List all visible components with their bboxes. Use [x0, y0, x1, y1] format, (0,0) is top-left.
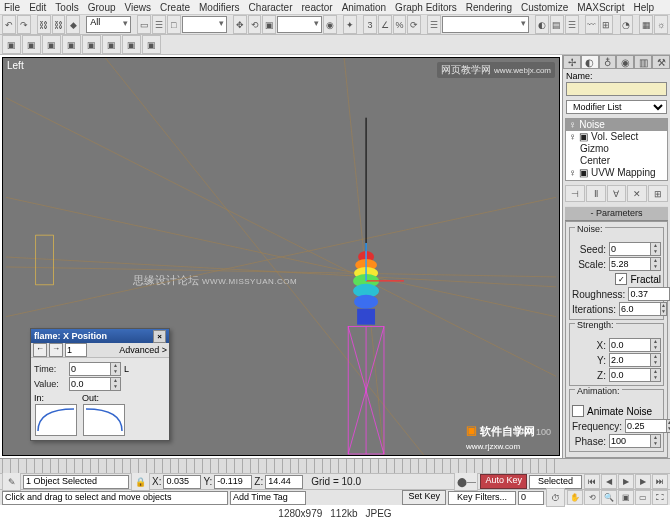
select-scale-icon[interactable]: ▣ — [262, 15, 276, 34]
rollout-parameters[interactable]: - Parameters — [565, 206, 668, 221]
reactor-icon[interactable]: ▣ — [22, 35, 41, 54]
stack-gizmo[interactable]: Gizmo — [566, 143, 667, 155]
menu-animation[interactable]: Animation — [342, 2, 386, 13]
select-icon[interactable]: ▭ — [137, 15, 151, 34]
time-tag[interactable]: Add Time Tag — [230, 491, 306, 505]
lock-time-icon[interactable]: L — [124, 364, 129, 374]
menu-views[interactable]: Views — [125, 2, 152, 13]
link-icon[interactable]: ⛓ — [37, 15, 51, 34]
goto-start-icon[interactable]: ⏮ — [584, 474, 600, 489]
tab-motion-icon[interactable]: ◉ — [616, 55, 634, 69]
tab-display-icon[interactable]: ▥ — [634, 55, 652, 69]
bind-icon[interactable]: ◆ — [66, 15, 80, 34]
menu-character[interactable]: Character — [249, 2, 293, 13]
str-z-spinner[interactable]: ▲▼ — [651, 368, 661, 382]
advanced-toggle[interactable]: Advanced > — [119, 345, 167, 355]
pan-icon[interactable]: ✋ — [567, 490, 583, 505]
menu-tools[interactable]: Tools — [55, 2, 78, 13]
reactor-icon[interactable]: ▣ — [122, 35, 141, 54]
x-field[interactable]: 0.035 — [163, 475, 201, 489]
menu-file[interactable]: File — [4, 2, 20, 13]
reactor-icon[interactable]: ▣ — [102, 35, 121, 54]
out-tangent-button[interactable] — [83, 404, 125, 436]
undo-icon[interactable]: ↶ — [2, 15, 16, 34]
tab-create-icon[interactable]: ✢ — [563, 55, 581, 69]
scale-spinner[interactable]: ▲▼ — [651, 257, 661, 271]
redo-icon[interactable]: ↷ — [17, 15, 31, 34]
phase-spinner[interactable]: ▲▼ — [651, 434, 661, 448]
scale-field[interactable] — [609, 257, 651, 271]
layers-icon[interactable]: ☰ — [565, 15, 579, 34]
curve-editor-icon[interactable]: 〰 — [585, 15, 599, 34]
current-frame-field[interactable]: 0 — [518, 491, 544, 505]
stack-center[interactable]: Center — [566, 155, 667, 167]
lock-icon[interactable]: 🔒 — [131, 472, 150, 491]
str-x-spinner[interactable]: ▲▼ — [651, 338, 661, 352]
select-rect-icon[interactable]: □ — [167, 15, 181, 34]
select-name-icon[interactable]: ☰ — [152, 15, 166, 34]
tab-utilities-icon[interactable]: ⚒ — [652, 55, 670, 69]
menu-grapheditors[interactable]: Graph Editors — [395, 2, 457, 13]
menu-maxscript[interactable]: MAXScript — [577, 2, 624, 13]
reactor-icon[interactable]: ▣ — [2, 35, 21, 54]
center-icon[interactable]: ◉ — [323, 15, 337, 34]
rough-field[interactable] — [628, 287, 670, 301]
modifier-stack[interactable]: ♀ Noise ♀ ▣ Vol. Select Gizmo Center ♀ ▣… — [565, 118, 668, 181]
stack-volselect[interactable]: ♀ ▣ Vol. Select — [566, 131, 667, 143]
mirror-icon[interactable]: ◐ — [535, 15, 549, 34]
menu-modifiers[interactable]: Modifiers — [199, 2, 240, 13]
iter-spinner[interactable]: ▲▼ — [661, 302, 667, 316]
configure-icon[interactable]: ⊞ — [648, 185, 668, 202]
show-result-icon[interactable]: Ⅱ — [586, 185, 606, 202]
pct-snap-icon[interactable]: % — [393, 15, 407, 34]
next-frame-icon[interactable]: ▶ — [635, 474, 651, 489]
unlink-icon[interactable]: ⛓ — [52, 15, 66, 34]
reactor-icon[interactable]: ▣ — [142, 35, 161, 54]
goto-end-icon[interactable]: ⏭ — [652, 474, 668, 489]
ref-coord[interactable] — [277, 16, 322, 33]
angle-snap-icon[interactable]: ∠ — [378, 15, 392, 34]
autokey-button[interactable]: Auto Key — [480, 474, 527, 489]
script-listener-icon[interactable]: ✎ — [2, 472, 21, 491]
min-max-icon[interactable]: ⛶ — [652, 490, 668, 505]
prev-frame-icon[interactable]: ◀ — [601, 474, 617, 489]
menu-create[interactable]: Create — [160, 2, 190, 13]
str-y-spinner[interactable]: ▲▼ — [651, 353, 661, 367]
fov-icon[interactable]: ▭ — [635, 490, 651, 505]
align-icon[interactable]: ▤ — [550, 15, 564, 34]
sel-region[interactable] — [182, 16, 227, 33]
quick-render-icon[interactable]: ☼ — [654, 15, 668, 34]
value-field[interactable] — [69, 377, 111, 391]
dialog-titlebar[interactable]: flame: X Position × — [31, 329, 169, 343]
make-unique-icon[interactable]: ∀ — [607, 185, 627, 202]
reactor-icon[interactable]: ▣ — [42, 35, 61, 54]
menu-customize[interactable]: Customize — [521, 2, 568, 13]
select-move-icon[interactable]: ✥ — [233, 15, 247, 34]
tab-modify-icon[interactable]: ◐ — [581, 55, 599, 69]
menu-group[interactable]: Group — [88, 2, 116, 13]
arc-rotate-icon[interactable]: ⟲ — [584, 490, 600, 505]
close-icon[interactable]: × — [153, 330, 166, 343]
menu-reactor[interactable]: reactor — [302, 2, 333, 13]
setkey-icon[interactable]: ⬤— — [454, 472, 478, 491]
str-y-field[interactable] — [609, 353, 651, 367]
schematic-icon[interactable]: ⊞ — [600, 15, 614, 34]
freq-field[interactable] — [625, 419, 667, 433]
time-config-icon[interactable]: ⏱ — [546, 488, 565, 507]
seed-spinner[interactable]: ▲▼ — [651, 242, 661, 256]
manip-icon[interactable]: ✦ — [343, 15, 357, 34]
stack-noise[interactable]: ♀ Noise — [566, 119, 667, 131]
menu-edit[interactable]: Edit — [29, 2, 46, 13]
pin-stack-icon[interactable]: ⊣ — [565, 185, 585, 202]
selection-filter[interactable]: All — [86, 16, 131, 33]
remove-mod-icon[interactable]: ✕ — [627, 185, 647, 202]
reactor-icon[interactable]: ▣ — [82, 35, 101, 54]
fractal-checkbox[interactable]: ✓ — [615, 273, 627, 285]
time-spinner[interactable]: ▲▼ — [111, 362, 121, 376]
iter-field[interactable] — [619, 302, 661, 316]
next-key-icon[interactable]: → — [49, 343, 63, 357]
menu-rendering[interactable]: Rendering — [466, 2, 512, 13]
tab-hierarchy-icon[interactable]: ♁ — [599, 55, 617, 69]
time-field[interactable] — [69, 362, 111, 376]
track-bar[interactable] — [0, 458, 670, 473]
